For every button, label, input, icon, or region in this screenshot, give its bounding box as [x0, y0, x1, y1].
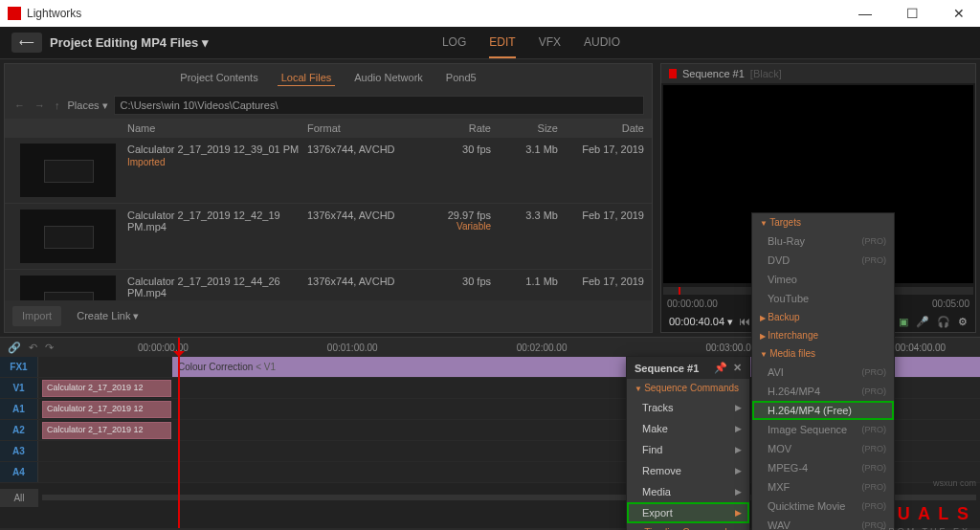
- pin-icon[interactable]: 📌: [714, 362, 727, 374]
- submenu-interchange[interactable]: Interchange: [752, 326, 894, 344]
- menu-image-seq[interactable]: Image Sequence(PRO): [752, 420, 894, 439]
- menu-remove[interactable]: Remove▶: [627, 460, 749, 481]
- track-v1[interactable]: V1: [0, 378, 38, 398]
- menu-title: Sequence #1: [635, 363, 699, 374]
- menu-dvd[interactable]: DVD(PRO): [752, 251, 894, 270]
- import-button[interactable]: Import: [12, 306, 61, 326]
- thumbnail: [20, 210, 116, 263]
- track-a2[interactable]: A2: [0, 420, 38, 440]
- window-titlebar: Lightworks — ☐ ✕: [0, 0, 980, 27]
- sequence-title: Sequence #1: [682, 68, 745, 79]
- watermark-sub: FROM THE EX: [880, 526, 970, 530]
- imported-tag: Imported: [127, 157, 307, 167]
- table-row[interactable]: Calculator 2_17_2019 12_39_01 PMImported…: [5, 138, 652, 204]
- window-title: Lightworks: [27, 7, 81, 20]
- menu-vimeo[interactable]: Vimeo: [752, 270, 894, 289]
- maximize-button[interactable]: ☐: [899, 6, 926, 21]
- close-button[interactable]: ✕: [946, 6, 972, 21]
- menu-mxf[interactable]: MXF(PRO): [752, 477, 894, 497]
- tab-audio[interactable]: AUDIO: [584, 28, 620, 58]
- menu-section: Sequence Commands: [627, 379, 749, 397]
- nav-back-icon[interactable]: ←: [12, 98, 27, 113]
- col-size[interactable]: Size: [499, 122, 566, 134]
- audio-clip[interactable]: Calculator 2_17_2019 12: [42, 422, 171, 439]
- playhead[interactable]: [178, 338, 180, 528]
- menu-find[interactable]: Find▶: [627, 439, 749, 460]
- col-rate[interactable]: Rate: [432, 122, 499, 134]
- col-name[interactable]: Name: [120, 122, 307, 134]
- menu-mpeg4[interactable]: MPEG-4(PRO): [752, 458, 894, 477]
- menu-wav[interactable]: WAV(PRO): [752, 516, 894, 530]
- track-fx1[interactable]: FX1: [0, 357, 38, 377]
- menu-media[interactable]: Media▶: [627, 481, 749, 502]
- headphone-icon[interactable]: 🎧: [937, 316, 950, 328]
- create-link-dropdown[interactable]: Create Link ▾: [69, 306, 146, 326]
- col-date[interactable]: Date: [566, 122, 652, 134]
- file-table: Name Format Rate Size Date Calculator 2_…: [5, 119, 652, 300]
- back-button[interactable]: ⟵: [11, 33, 42, 53]
- subtab-audio-network[interactable]: Audio Network: [350, 70, 427, 86]
- submenu-targets[interactable]: Targets: [752, 213, 894, 232]
- video-clip[interactable]: Calculator 2_17_2019 12: [42, 380, 171, 397]
- menu-section: Timeline Commands: [627, 523, 749, 530]
- menu-quicktime[interactable]: Quicktime Movie(PRO): [752, 497, 894, 516]
- sequence-tag: [Black]: [750, 68, 782, 79]
- menu-tracks[interactable]: Tracks▶: [627, 397, 749, 418]
- watermark: U A L S: [898, 504, 970, 524]
- timecode[interactable]: 00:00:40.04 ▾: [669, 316, 733, 328]
- minimize-button[interactable]: —: [851, 6, 880, 21]
- nav-forward-icon[interactable]: →: [33, 98, 47, 113]
- close-icon[interactable]: ✕: [733, 362, 742, 374]
- path-input[interactable]: [114, 96, 644, 115]
- thumbnail: [20, 144, 116, 197]
- col-format[interactable]: Format: [307, 122, 432, 134]
- tab-edit[interactable]: EDIT: [489, 28, 515, 58]
- tab-vfx[interactable]: VFX: [539, 28, 561, 58]
- menu-avi[interactable]: AVI(PRO): [752, 363, 894, 382]
- time-start: 00:00:00.00: [667, 298, 718, 309]
- tab-log[interactable]: LOG: [442, 28, 466, 58]
- menu-youtube[interactable]: YouTube: [752, 289, 894, 308]
- redo-icon[interactable]: ↷: [45, 342, 54, 354]
- menu-bluray[interactable]: Blu-Ray(PRO): [752, 232, 894, 251]
- nav-up-icon[interactable]: ↑: [53, 98, 62, 113]
- sequence-marker-icon: [669, 69, 677, 78]
- audio-clip[interactable]: Calculator 2_17_2019 12: [42, 401, 171, 418]
- menu-mov[interactable]: MOV(PRO): [752, 439, 894, 458]
- subtab-local-files[interactable]: Local Files: [278, 70, 336, 86]
- track-all[interactable]: All: [0, 489, 38, 507]
- track-a4[interactable]: A4: [0, 462, 38, 482]
- table-row[interactable]: Calculator 2_17_2019 12_42_19 PM.mp4 137…: [5, 204, 652, 270]
- project-title[interactable]: Project Editing MP4 Files ▾: [50, 35, 209, 50]
- subtab-project-contents[interactable]: Project Contents: [176, 70, 261, 86]
- file-browser-panel: Project Contents Local Files Audio Netwo…: [4, 63, 653, 333]
- time-end: 00:05:00: [932, 298, 969, 309]
- export-submenu: Targets Blu-Ray(PRO) DVD(PRO) Vimeo YouT…: [751, 212, 895, 530]
- mic-icon[interactable]: 🎤: [916, 316, 929, 328]
- watermark-tag: wsxun com: [933, 478, 976, 488]
- prev-frame-icon[interactable]: ⏮: [739, 315, 750, 328]
- sequence-context-menu: Sequence #1 📌 ✕ Sequence Commands Tracks…: [626, 356, 750, 530]
- submenu-media-files[interactable]: Media files: [752, 344, 894, 363]
- mark-in-icon[interactable]: ▣: [899, 316, 908, 328]
- menu-export[interactable]: Export▶: [627, 502, 749, 523]
- link-icon[interactable]: 🔗: [8, 342, 21, 354]
- track-a3[interactable]: A3: [0, 441, 38, 461]
- table-row[interactable]: Calculator 2_17_2019 12_44_26 PM.mp4 137…: [5, 270, 652, 300]
- app-header: ⟵ Project Editing MP4 Files ▾ LOG EDIT V…: [0, 27, 980, 59]
- undo-icon[interactable]: ↶: [29, 342, 37, 354]
- menu-h264[interactable]: H.264/MP4(PRO): [752, 382, 894, 401]
- submenu-backup[interactable]: Backup: [752, 308, 894, 326]
- app-icon: [8, 7, 21, 20]
- menu-h264-free[interactable]: H.264/MP4 (Free): [752, 401, 894, 420]
- gear-icon[interactable]: ⚙: [958, 316, 968, 328]
- track-a1[interactable]: A1: [0, 399, 38, 419]
- subtab-pond5[interactable]: Pond5: [442, 70, 480, 86]
- places-dropdown[interactable]: Places ▾: [68, 99, 108, 112]
- thumbnail: [20, 276, 116, 300]
- menu-make[interactable]: Make▶: [627, 418, 749, 439]
